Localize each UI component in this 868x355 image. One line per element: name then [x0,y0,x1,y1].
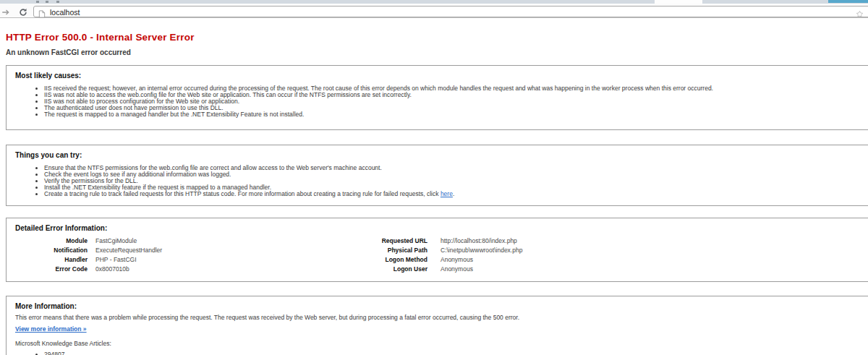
detail-label: Requested URL [359,238,427,244]
section-heading: More Information: [15,302,868,310]
view-more-information-link[interactable]: View more information » [15,325,87,333]
list-item: The request is mapped to a managed handl… [44,111,868,118]
detail-table: Module FastCgiModule Requested URL http:… [15,238,868,273]
more-info-text: This error means that there was a proble… [15,314,868,321]
detail-label: Handler [15,257,88,263]
try-list: Ensure that the NTFS permissions for the… [15,165,868,197]
list-item: Check the event logs to see if any addit… [44,171,868,178]
kb-articles-list: 294807 [15,351,868,355]
detail-value: ExecuteRequestHandler [88,247,359,254]
page-title: HTTP Error 500.0 - Internal Server Error [6,32,868,43]
here-link[interactable]: here [441,190,453,197]
section-more-information: More Information: This error means that … [6,296,868,355]
reload-icon[interactable] [19,7,27,20]
detail-label: Module [15,238,88,244]
list-item: Create a tracing rule to track failed re… [44,191,868,197]
tracing-text-end: . [453,190,454,197]
page-content: HTTP Error 500.0 - Internal Server Error… [0,19,868,355]
detail-label: Error Code [15,266,88,273]
browser-toolbar: localhost [0,4,868,18]
kb-articles-heading: Microsoft Knowledge Base Articles: [15,340,868,347]
detail-value: Anonymous [427,257,868,263]
tab-favicon-mark [36,1,39,3]
detail-value: FastCgiModule [88,238,359,244]
detail-label: Logon Method [359,257,427,263]
page-subtitle: An unknown FastCGI error occurred [6,48,868,56]
section-heading: Things you can try: [15,151,868,159]
detail-value: Anonymous [427,266,868,273]
forward-arrow-icon[interactable] [1,7,11,20]
tab-favicon-mark [56,1,59,3]
address-bar[interactable]: localhost [33,6,868,17]
detail-label: Physical Path [359,247,427,254]
kb-article-item: 294807 [44,351,868,355]
section-detailed-error-information: Detailed Error Information: Module FastC… [6,218,868,282]
detail-value: 0x8007010b [88,266,359,273]
detail-value: PHP - FastCGI [88,257,359,263]
url-text[interactable]: localhost [50,8,80,17]
tracing-text: Create a tracing rule to track failed re… [44,190,441,197]
browser-chrome: localhost [0,0,868,18]
detail-value: C:\inetpub\wwwroot\index.php [427,247,868,254]
tab-favicon-mark [46,1,48,3]
section-most-likely-causes: Most likely causes: IIS received the req… [6,65,868,130]
section-things-you-can-try: Things you can try: Ensure that the NTFS… [6,145,868,206]
section-heading: Most likely causes: [15,72,868,80]
detail-label: Notification [15,247,88,254]
detail-value: http://localhost:80/index.php [427,238,868,244]
tab-accent [828,0,868,3]
causes-list: IIS received the request; however, an in… [15,85,868,118]
detail-label: Logon User [359,266,427,273]
section-heading: Detailed Error Information: [15,224,868,232]
